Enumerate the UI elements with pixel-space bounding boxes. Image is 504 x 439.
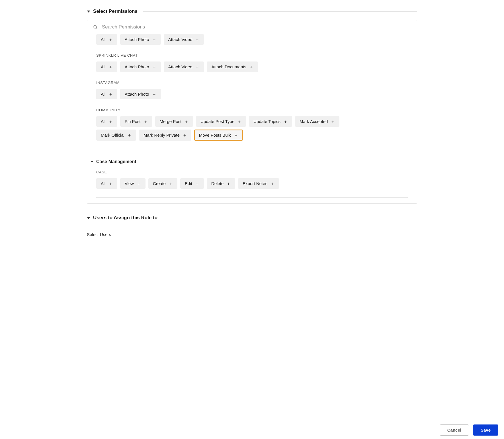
- divider: [96, 152, 408, 152]
- permission-chip-mark-accepted[interactable]: Mark Accepted ＋: [295, 116, 339, 127]
- permission-chip-attach-photo[interactable]: Attach Photo ＋: [120, 61, 161, 72]
- plus-icon: ＋: [108, 119, 113, 124]
- chip-label: View: [125, 181, 134, 186]
- permission-chip-merge-post[interactable]: Merge Post ＋: [155, 116, 193, 127]
- permission-chip-attach-video[interactable]: Attach Video ＋: [164, 61, 204, 72]
- plus-icon: ＋: [184, 119, 189, 124]
- chip-label: Edit: [185, 181, 192, 186]
- permission-chip-all[interactable]: All ＋: [96, 61, 117, 72]
- header-divider: [143, 11, 417, 12]
- chip-label: Attach Documents: [211, 64, 246, 69]
- plus-icon: ＋: [234, 133, 238, 137]
- plus-icon: ＋: [144, 119, 148, 124]
- chip-label: Update Topics: [253, 119, 280, 124]
- plus-icon: ＋: [108, 65, 113, 69]
- chip-group-community-row2: Mark Official ＋ Mark Reply Private ＋ Mov…: [96, 130, 408, 141]
- caret-down-icon: [87, 11, 90, 13]
- plus-icon: ＋: [331, 119, 335, 124]
- chip-group-community-row1: All ＋ Pin Post ＋ Merge Post ＋ Update Pos…: [96, 116, 408, 127]
- svg-line-1: [96, 28, 97, 29]
- plus-icon: ＋: [108, 181, 113, 186]
- chip-label: All: [101, 64, 106, 69]
- chip-group-instagram: All ＋ Attach Photo ＋: [96, 89, 408, 99]
- chip-label: Attach Photo: [125, 92, 149, 97]
- plus-icon: ＋: [127, 133, 132, 137]
- permission-chip-create[interactable]: Create ＋: [148, 178, 177, 189]
- permission-chip-attach-photo[interactable]: Attach Photo ＋: [120, 34, 161, 45]
- group-label-sprinklr: SPRINKLR LIVE CHAT: [96, 53, 408, 58]
- chip-label: Attach Video: [168, 37, 192, 42]
- chip-label: Attach Video: [168, 64, 192, 69]
- permissions-container: All ＋ Attach Photo ＋ Attach Video ＋ SPRI…: [87, 20, 417, 204]
- permission-chip-all[interactable]: All ＋: [96, 178, 117, 189]
- permission-chip-delete[interactable]: Delete ＋: [207, 178, 235, 189]
- permission-chip-all[interactable]: All ＋: [96, 34, 117, 45]
- plus-icon: ＋: [169, 181, 173, 186]
- plus-icon: ＋: [195, 181, 199, 186]
- chip-label: Merge Post: [160, 119, 182, 124]
- section-title: Users to Assign this Role to: [93, 215, 157, 221]
- permission-chip-mark-reply-private[interactable]: Mark Reply Private ＋: [139, 130, 191, 141]
- plus-icon: ＋: [195, 65, 199, 69]
- permissions-body: All ＋ Attach Photo ＋ Attach Video ＋ SPRI…: [87, 34, 417, 203]
- select-users-label: Select Users: [87, 232, 417, 237]
- permission-chip-all[interactable]: All ＋: [96, 116, 117, 127]
- plus-icon: ＋: [137, 181, 141, 186]
- plus-icon: ＋: [152, 92, 156, 96]
- chip-label: All: [101, 181, 106, 186]
- plus-icon: ＋: [249, 65, 253, 69]
- chip-label: Attach Photo: [125, 37, 149, 42]
- permission-chip-attach-photo[interactable]: Attach Photo ＋: [120, 89, 161, 99]
- permission-chip-move-posts-bulk[interactable]: Move Posts Bulk ＋: [194, 130, 243, 141]
- permission-chip-attach-video[interactable]: Attach Video ＋: [164, 34, 204, 45]
- permission-chip-mark-official[interactable]: Mark Official ＋: [96, 130, 136, 141]
- chip-label: Attach Photo: [125, 64, 149, 69]
- chip-label: Export Notes: [243, 181, 267, 186]
- subsection-title: Case Management: [96, 159, 136, 164]
- chip-group-case: All ＋ View ＋ Create ＋ Edit ＋ Delete ＋: [96, 178, 408, 189]
- permission-chip-view[interactable]: View ＋: [120, 178, 146, 189]
- plus-icon: ＋: [152, 65, 156, 69]
- plus-icon: ＋: [108, 92, 113, 96]
- plus-icon: ＋: [152, 37, 156, 42]
- plus-icon: ＋: [237, 119, 241, 124]
- section-title: Select Permissions: [93, 9, 138, 14]
- svg-point-0: [94, 25, 97, 28]
- chip-group-top: All ＋ Attach Photo ＋ Attach Video ＋: [96, 34, 408, 45]
- chip-label: Pin Post: [125, 119, 141, 124]
- permission-chip-update-topics[interactable]: Update Topics ＋: [249, 116, 292, 127]
- permission-chip-attach-documents[interactable]: Attach Documents ＋: [207, 61, 258, 72]
- section-header-select-permissions[interactable]: Select Permissions: [87, 9, 417, 14]
- subsection-header-case-management[interactable]: Case Management: [91, 159, 408, 164]
- chip-label: Mark Accepted: [300, 119, 328, 124]
- plus-icon: ＋: [195, 37, 199, 42]
- chip-label: Move Posts Bulk: [199, 133, 231, 138]
- plus-icon: ＋: [108, 37, 113, 42]
- header-divider: [163, 218, 417, 218]
- permission-chip-edit[interactable]: Edit ＋: [180, 178, 204, 189]
- permission-chip-update-post-type[interactable]: Update Post Type ＋: [196, 116, 246, 127]
- caret-down-icon: [91, 161, 93, 163]
- permission-chip-all[interactable]: All ＋: [96, 89, 117, 99]
- plus-icon: ＋: [283, 119, 288, 124]
- chip-label: All: [101, 37, 106, 42]
- chip-label: Create: [153, 181, 166, 186]
- chip-label: All: [101, 92, 106, 97]
- group-label-community: COMMUNITY: [96, 108, 408, 112]
- chip-label: Delete: [211, 181, 224, 186]
- plus-icon: ＋: [183, 133, 187, 137]
- chip-label: All: [101, 119, 106, 124]
- group-label-case: CASE: [96, 170, 408, 174]
- group-label-instagram: INSTAGRAM: [96, 81, 408, 85]
- plus-icon: ＋: [226, 181, 231, 186]
- search-row: [87, 20, 417, 34]
- permission-chip-export-notes[interactable]: Export Notes ＋: [238, 178, 279, 189]
- chip-label: Update Post Type: [200, 119, 234, 124]
- divider: [96, 197, 408, 198]
- search-input[interactable]: [102, 24, 411, 30]
- permission-chip-pin-post[interactable]: Pin Post ＋: [120, 116, 152, 127]
- chip-label: Mark Official: [101, 133, 124, 138]
- section-header-users-assign[interactable]: Users to Assign this Role to: [87, 215, 417, 221]
- chip-label: Mark Reply Private: [144, 133, 180, 138]
- header-divider: [142, 162, 408, 162]
